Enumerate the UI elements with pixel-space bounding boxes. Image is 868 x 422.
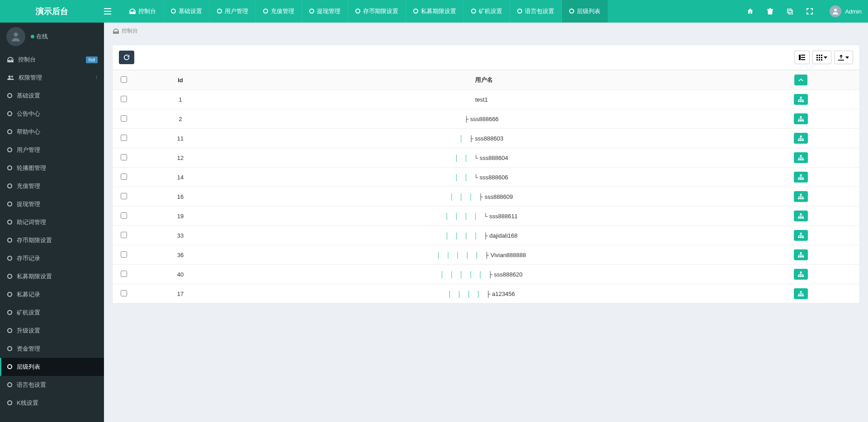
export-button[interactable]: [834, 51, 853, 64]
row-checkbox[interactable]: [121, 173, 127, 180]
sidebar-item-0[interactable]: 控制台hot: [0, 51, 104, 69]
expand-row-button[interactable]: [794, 288, 808, 299]
cell-username: │ │ │ │ └ sss888611: [445, 213, 518, 220]
sidebar-avatar: [6, 27, 25, 46]
sidebar-item-14[interactable]: 矿机设置: [0, 304, 104, 309]
sidebar-item-11[interactable]: 存币记录: [0, 249, 104, 267]
row-checkbox[interactable]: [121, 251, 127, 258]
expand-row-button[interactable]: [794, 152, 808, 163]
svg-rect-10: [801, 55, 805, 56]
expand-row-button[interactable]: [794, 133, 808, 144]
sidebar-item-3[interactable]: 公告中心: [0, 105, 104, 123]
hierarchy-table: Id 用户名 1test12├ sss88866611│ ├ sss888603…: [113, 70, 859, 303]
trash-button[interactable]: [760, 0, 780, 23]
columns-button[interactable]: [812, 51, 831, 64]
row-checkbox[interactable]: [121, 290, 127, 296]
expand-row-button[interactable]: [794, 113, 808, 124]
sidebar-item-12[interactable]: 私募期限设置: [0, 267, 104, 286]
sidebar-item-label: 公告中心: [17, 110, 40, 118]
circle-icon: [7, 147, 12, 154]
circle-icon: [7, 219, 12, 226]
svg-rect-53: [802, 236, 804, 238]
expand-row-button[interactable]: [794, 191, 808, 202]
row-checkbox[interactable]: [121, 193, 127, 199]
svg-point-6: [14, 33, 18, 37]
table-row: 19│ │ │ │ └ sss888611: [113, 206, 859, 226]
sidebar-item-2[interactable]: 基础设置: [0, 87, 104, 105]
table-row: 1test1: [113, 90, 859, 109]
home-button[interactable]: [740, 0, 760, 23]
row-checkbox[interactable]: [121, 232, 127, 238]
expand-row-button[interactable]: [794, 172, 808, 183]
topnav-item-miner[interactable]: 矿机设置: [464, 0, 510, 23]
col-username-header[interactable]: 用户名: [226, 70, 742, 90]
svg-rect-29: [802, 120, 804, 122]
cell-username: │ │ └ sss888604: [455, 155, 508, 161]
refresh-button[interactable]: [119, 51, 134, 64]
row-checkbox[interactable]: [121, 96, 127, 102]
topnav-item-withdraw[interactable]: 提现管理: [302, 0, 348, 23]
svg-rect-65: [802, 295, 804, 296]
expand-row-button[interactable]: [794, 94, 808, 105]
topnav-item-lang[interactable]: 语言包设置: [510, 0, 562, 23]
table-row: 40│ │ │ │ │ ├ sss888620: [113, 265, 859, 284]
svg-rect-34: [800, 155, 802, 157]
topnav-item-console[interactable]: 控制台: [122, 0, 164, 23]
sidebar-item-9[interactable]: 助记词管理: [0, 213, 104, 231]
svg-rect-49: [802, 217, 804, 219]
row-checkbox[interactable]: [121, 212, 127, 219]
sidebar-item-1[interactable]: 权限管理〈: [0, 69, 104, 87]
topnav-item-private[interactable]: 私募期限设置: [406, 0, 464, 23]
sidebar-item-6[interactable]: 轮播图管理: [0, 159, 104, 177]
toggle-card-view-button[interactable]: [794, 51, 810, 64]
row-checkbox[interactable]: [121, 154, 127, 160]
sidebar-toggle[interactable]: [104, 8, 122, 14]
row-checkbox[interactable]: [121, 115, 127, 122]
sidebar-item-8[interactable]: 提现管理: [0, 195, 104, 213]
svg-rect-28: [800, 120, 802, 122]
status-dot-icon: [31, 35, 34, 38]
sidebar-item-10[interactable]: 存币期限设置: [0, 231, 104, 249]
svg-rect-50: [800, 233, 802, 234]
cache-button[interactable]: [780, 0, 800, 23]
svg-rect-45: [802, 197, 804, 199]
circle-icon: [471, 8, 476, 15]
sidebar-item-4[interactable]: 帮助中心: [0, 123, 104, 141]
sidebar-item-13[interactable]: 私募记录: [0, 286, 104, 304]
fullscreen-button[interactable]: [800, 0, 820, 23]
sidebar-item-5[interactable]: 用户管理: [0, 141, 104, 159]
select-all-checkbox[interactable]: [121, 76, 127, 83]
topnav-item-users[interactable]: 用户管理: [210, 0, 256, 23]
user-menu[interactable]: Admin: [823, 5, 868, 17]
bars-icon: [104, 8, 111, 14]
row-checkbox[interactable]: [121, 135, 127, 141]
expand-row-button[interactable]: [794, 230, 808, 241]
svg-rect-42: [800, 194, 802, 196]
cell-id: 33: [135, 226, 226, 245]
collapse-all-button[interactable]: [794, 75, 807, 85]
topnav-item-level[interactable]: 层级列表: [562, 0, 608, 23]
svg-rect-43: [798, 197, 800, 199]
svg-rect-61: [802, 275, 804, 277]
svg-rect-14: [819, 55, 820, 56]
topnav-item-deposit[interactable]: 存币期限设置: [348, 0, 406, 23]
circle-icon: [413, 8, 418, 15]
topnav-label: 基础设置: [179, 7, 202, 15]
circle-icon: [7, 201, 12, 208]
sidebar-item-label: 充值管理: [17, 182, 40, 190]
row-checkbox[interactable]: [121, 271, 127, 277]
svg-rect-52: [800, 236, 802, 238]
cell-action: [742, 245, 859, 265]
topnav-item-basic[interactable]: 基础设置: [164, 0, 210, 23]
expand-row-button[interactable]: [794, 249, 808, 260]
expand-row-button[interactable]: [794, 211, 808, 221]
side-nav: 控制台hot权限管理〈基础设置公告中心帮助中心用户管理轮播图管理充值管理提现管理…: [0, 51, 104, 309]
svg-rect-40: [800, 178, 802, 180]
topnav-item-recharge[interactable]: 充值管理: [256, 0, 302, 23]
expand-row-button[interactable]: [794, 269, 808, 280]
svg-rect-37: [802, 159, 804, 160]
col-id-header[interactable]: Id: [135, 70, 226, 90]
svg-rect-56: [800, 256, 802, 258]
topnav-label: 语言包设置: [525, 7, 554, 15]
sidebar-item-7[interactable]: 充值管理: [0, 177, 104, 195]
